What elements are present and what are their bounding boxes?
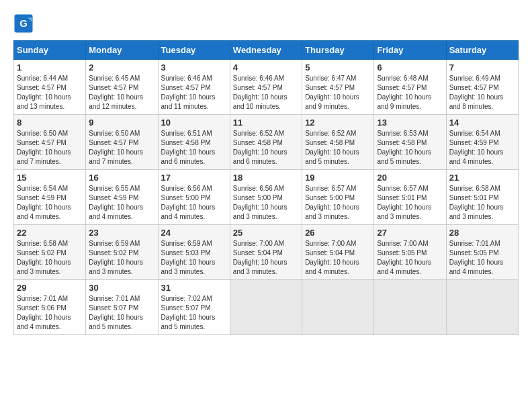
day-number: 2 xyxy=(89,62,154,73)
day-number: 20 xyxy=(377,173,443,183)
day-info: Sunrise: 6:57 AMSunset: 5:01 PMDaylight:… xyxy=(377,184,443,222)
logo-icon: G xyxy=(13,13,34,34)
calendar-cell: 20Sunrise: 6:57 AMSunset: 5:01 PMDayligh… xyxy=(374,170,446,225)
day-number: 6 xyxy=(377,62,443,73)
day-info: Sunrise: 7:00 AMSunset: 5:04 PMDaylight:… xyxy=(233,239,299,277)
calendar-cell: 10Sunrise: 6:51 AMSunset: 4:58 PMDayligh… xyxy=(158,115,230,170)
calendar-cell xyxy=(446,280,518,335)
day-info: Sunrise: 6:47 AMSunset: 4:57 PMDaylight:… xyxy=(305,74,371,111)
calendar-cell: 4Sunrise: 6:46 AMSunset: 4:57 PMDaylight… xyxy=(230,60,302,115)
day-info: Sunrise: 6:59 AMSunset: 5:02 PMDaylight:… xyxy=(89,239,154,277)
day-number: 26 xyxy=(305,228,371,238)
calendar-cell: 13Sunrise: 6:53 AMSunset: 4:58 PMDayligh… xyxy=(374,115,446,170)
day-info: Sunrise: 7:00 AMSunset: 5:05 PMDaylight:… xyxy=(377,239,443,277)
calendar-cell: 12Sunrise: 6:52 AMSunset: 4:58 PMDayligh… xyxy=(302,115,374,170)
calendar-cell: 24Sunrise: 6:59 AMSunset: 5:03 PMDayligh… xyxy=(158,225,230,280)
day-info: Sunrise: 6:44 AMSunset: 4:57 PMDaylight:… xyxy=(17,74,83,111)
day-number: 25 xyxy=(233,228,299,238)
calendar-cell: 25Sunrise: 7:00 AMSunset: 5:04 PMDayligh… xyxy=(230,225,302,280)
calendar-cell xyxy=(230,280,302,335)
day-info: Sunrise: 6:49 AMSunset: 4:57 PMDaylight:… xyxy=(449,74,515,111)
day-info: Sunrise: 6:55 AMSunset: 4:59 PMDaylight:… xyxy=(89,184,154,222)
day-info: Sunrise: 6:57 AMSunset: 5:00 PMDaylight:… xyxy=(305,184,371,222)
day-number: 3 xyxy=(161,62,227,73)
day-number: 11 xyxy=(233,118,299,128)
calendar-cell: 15Sunrise: 6:54 AMSunset: 4:59 PMDayligh… xyxy=(14,170,86,225)
calendar-cell: 3Sunrise: 6:46 AMSunset: 4:57 PMDaylight… xyxy=(158,60,230,115)
logo: G xyxy=(13,13,36,34)
day-number: 7 xyxy=(449,62,515,73)
page-header: G xyxy=(13,13,519,34)
day-info: Sunrise: 6:52 AMSunset: 4:58 PMDaylight:… xyxy=(305,129,371,167)
day-info: Sunrise: 7:00 AMSunset: 5:04 PMDaylight:… xyxy=(305,239,371,277)
calendar-cell: 9Sunrise: 6:50 AMSunset: 4:57 PMDaylight… xyxy=(86,115,158,170)
calendar-cell xyxy=(374,280,446,335)
col-header-tuesday: Tuesday xyxy=(158,41,230,60)
calendar-cell: 30Sunrise: 7:01 AMSunset: 5:07 PMDayligh… xyxy=(86,280,158,335)
day-info: Sunrise: 6:58 AMSunset: 5:01 PMDaylight:… xyxy=(449,184,515,222)
calendar-cell: 23Sunrise: 6:59 AMSunset: 5:02 PMDayligh… xyxy=(86,225,158,280)
day-number: 17 xyxy=(161,173,227,183)
calendar-cell: 17Sunrise: 6:56 AMSunset: 5:00 PMDayligh… xyxy=(158,170,230,225)
calendar-cell: 1Sunrise: 6:44 AMSunset: 4:57 PMDaylight… xyxy=(14,60,86,115)
day-info: Sunrise: 6:59 AMSunset: 5:03 PMDaylight:… xyxy=(161,239,227,277)
day-number: 13 xyxy=(377,118,443,128)
day-number: 29 xyxy=(17,283,83,293)
day-number: 10 xyxy=(161,118,227,128)
day-info: Sunrise: 6:48 AMSunset: 4:57 PMDaylight:… xyxy=(377,74,443,111)
day-number: 5 xyxy=(305,62,371,73)
day-number: 24 xyxy=(161,228,227,238)
day-number: 28 xyxy=(449,228,515,238)
col-header-wednesday: Wednesday xyxy=(230,41,302,60)
calendar-cell: 14Sunrise: 6:54 AMSunset: 4:59 PMDayligh… xyxy=(446,115,518,170)
day-info: Sunrise: 6:53 AMSunset: 4:58 PMDaylight:… xyxy=(377,129,443,167)
day-info: Sunrise: 6:51 AMSunset: 4:58 PMDaylight:… xyxy=(161,129,227,167)
day-number: 4 xyxy=(233,62,299,73)
calendar-cell: 19Sunrise: 6:57 AMSunset: 5:00 PMDayligh… xyxy=(302,170,374,225)
calendar-cell: 21Sunrise: 6:58 AMSunset: 5:01 PMDayligh… xyxy=(446,170,518,225)
calendar-table: SundayMondayTuesdayWednesdayThursdayFrid… xyxy=(13,40,519,335)
day-number: 27 xyxy=(377,228,443,238)
day-info: Sunrise: 6:56 AMSunset: 5:00 PMDaylight:… xyxy=(161,184,227,222)
calendar-cell: 2Sunrise: 6:45 AMSunset: 4:57 PMDaylight… xyxy=(86,60,158,115)
day-info: Sunrise: 7:02 AMSunset: 5:07 PMDaylight:… xyxy=(161,294,227,332)
calendar-cell: 7Sunrise: 6:49 AMSunset: 4:57 PMDaylight… xyxy=(446,60,518,115)
day-info: Sunrise: 6:56 AMSunset: 5:00 PMDaylight:… xyxy=(233,184,299,222)
day-number: 12 xyxy=(305,118,371,128)
calendar-cell: 11Sunrise: 6:52 AMSunset: 4:58 PMDayligh… xyxy=(230,115,302,170)
calendar-cell: 28Sunrise: 7:01 AMSunset: 5:05 PMDayligh… xyxy=(446,225,518,280)
calendar-cell: 18Sunrise: 6:56 AMSunset: 5:00 PMDayligh… xyxy=(230,170,302,225)
calendar-cell: 27Sunrise: 7:00 AMSunset: 5:05 PMDayligh… xyxy=(374,225,446,280)
day-info: Sunrise: 6:58 AMSunset: 5:02 PMDaylight:… xyxy=(17,239,83,277)
col-header-friday: Friday xyxy=(374,41,446,60)
day-info: Sunrise: 6:52 AMSunset: 4:58 PMDaylight:… xyxy=(233,129,299,167)
col-header-sunday: Sunday xyxy=(14,41,86,60)
col-header-thursday: Thursday xyxy=(302,41,374,60)
day-info: Sunrise: 6:46 AMSunset: 4:57 PMDaylight:… xyxy=(233,74,299,111)
week-row-3: 15Sunrise: 6:54 AMSunset: 4:59 PMDayligh… xyxy=(14,170,519,225)
col-header-saturday: Saturday xyxy=(446,41,518,60)
day-number: 15 xyxy=(17,173,83,183)
day-number: 14 xyxy=(449,118,515,128)
col-header-monday: Monday xyxy=(86,41,158,60)
day-info: Sunrise: 6:54 AMSunset: 4:59 PMDaylight:… xyxy=(17,184,83,222)
week-row-5: 29Sunrise: 7:01 AMSunset: 5:06 PMDayligh… xyxy=(14,280,519,335)
day-info: Sunrise: 6:46 AMSunset: 4:57 PMDaylight:… xyxy=(161,74,227,111)
day-number: 22 xyxy=(17,228,83,238)
calendar-cell xyxy=(302,280,374,335)
day-number: 9 xyxy=(89,118,154,128)
svg-text:G: G xyxy=(19,17,28,29)
day-number: 19 xyxy=(305,173,371,183)
day-number: 21 xyxy=(449,173,515,183)
calendar-cell: 8Sunrise: 6:50 AMSunset: 4:57 PMDaylight… xyxy=(14,115,86,170)
day-info: Sunrise: 7:01 AMSunset: 5:06 PMDaylight:… xyxy=(17,294,83,332)
calendar-cell: 16Sunrise: 6:55 AMSunset: 4:59 PMDayligh… xyxy=(86,170,158,225)
day-info: Sunrise: 7:01 AMSunset: 5:07 PMDaylight:… xyxy=(89,294,154,332)
calendar-cell: 6Sunrise: 6:48 AMSunset: 4:57 PMDaylight… xyxy=(374,60,446,115)
calendar-cell: 26Sunrise: 7:00 AMSunset: 5:04 PMDayligh… xyxy=(302,225,374,280)
calendar-cell: 22Sunrise: 6:58 AMSunset: 5:02 PMDayligh… xyxy=(14,225,86,280)
week-row-4: 22Sunrise: 6:58 AMSunset: 5:02 PMDayligh… xyxy=(14,225,519,280)
day-number: 16 xyxy=(89,173,154,183)
day-info: Sunrise: 6:50 AMSunset: 4:57 PMDaylight:… xyxy=(17,129,83,167)
day-info: Sunrise: 6:50 AMSunset: 4:57 PMDaylight:… xyxy=(89,129,154,167)
